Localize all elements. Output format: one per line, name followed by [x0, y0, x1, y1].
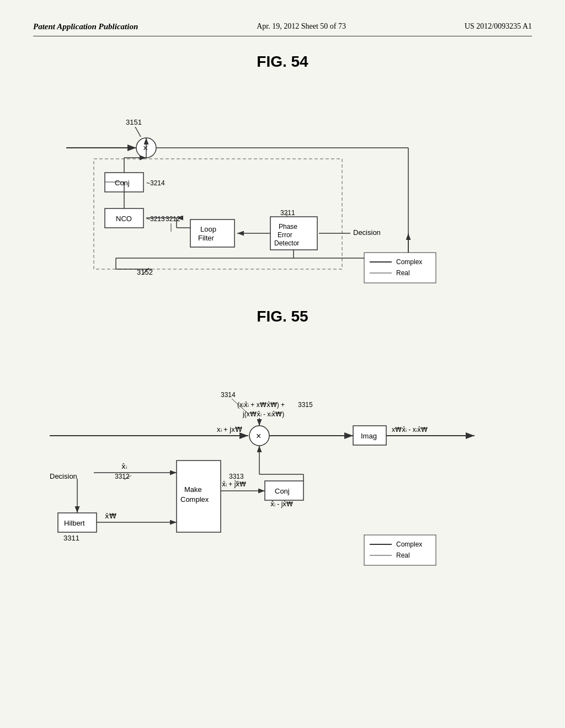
nco-label: NCO — [116, 215, 132, 223]
conj-label-55: Conj — [275, 487, 290, 495]
label-3212: 3212 — [166, 215, 180, 223]
expr2: j(x₩x̂ᵢ - xᵢx̂₩) — [242, 410, 284, 418]
label-3213: ~3213 — [146, 215, 165, 223]
loop-filter-label2: Filter — [198, 234, 215, 242]
label-3311: 3311 — [63, 534, 79, 542]
phase-label3: Detector — [274, 239, 299, 247]
multiply-sym-55: × — [256, 431, 261, 441]
make-complex-label2: Complex — [180, 495, 209, 504]
imag-label: Imag — [361, 432, 377, 440]
phase-label1: Phase — [279, 223, 297, 231]
legend-real-54: Real — [396, 269, 410, 277]
conj-label: Conj — [115, 179, 130, 187]
label-3211: 3211 — [280, 209, 295, 217]
hat-xq-label: x̂₩ — [105, 512, 116, 520]
fig54-title: FIG. 54 — [33, 53, 532, 71]
header-right: US 2012/0093235 A1 — [465, 22, 532, 31]
label-3313: 3313 — [229, 473, 244, 480]
label-3315: 3315 — [298, 401, 313, 409]
loop-filter-box — [190, 220, 234, 247]
hat-xi-jxq-label: x̂ᵢ + jx̂₩ — [222, 480, 246, 488]
header-left: Patent Application Publication — [33, 22, 138, 31]
label-3314: 3314 — [221, 391, 236, 399]
hat-xi-label: x̂ᵢ — [121, 462, 127, 470]
fig55-diagram: xᵢ + jx₩ × Imag x₩x̂ᵢ - xᵢx̂₩ 3314 (xᵢx̂… — [33, 342, 532, 574]
hilbert-label: Hilbert — [64, 519, 85, 527]
conj-output-label: x̂ᵢ - jx̂₩ — [270, 500, 293, 508]
multiply-symbol: × — [143, 143, 148, 153]
fig54-diagram: 3151 × Conj ~3214 NCO ~3213 3212 — [33, 87, 532, 297]
svg-line-0 — [135, 127, 141, 137]
header-center: Apr. 19, 2012 Sheet 50 of 73 — [257, 22, 346, 31]
legend-box-54 — [364, 253, 436, 283]
label-3151: 3151 — [126, 118, 142, 126]
legend-complex-55: Complex — [396, 540, 422, 548]
label-3312: 3312 — [115, 473, 130, 480]
make-complex-label1: Make — [184, 485, 202, 494]
output-expr-label: x₩x̂ᵢ - xᵢx̂₩ — [392, 426, 428, 433]
decision-label-55: Decision — [50, 472, 77, 480]
fig55-title: FIG. 55 — [33, 308, 532, 325]
decision-label: Decision — [353, 228, 381, 237]
page-header: Patent Application Publication Apr. 19, … — [33, 22, 532, 36]
legend-complex-54: Complex — [396, 258, 422, 266]
expr1: (xᵢx̂ᵢ + x₩x̂₩) + — [237, 401, 285, 409]
legend-real-55: Real — [396, 552, 410, 559]
xi-jxq-label: xᵢ + jx₩ — [217, 425, 242, 433]
phase-label2: Error — [278, 231, 292, 239]
legend-box-55 — [364, 535, 436, 565]
label-3214: ~3214 — [146, 179, 165, 187]
loop-filter-label1: Loop — [200, 225, 216, 233]
page: Patent Application Publication Apr. 19, … — [0, 0, 565, 728]
